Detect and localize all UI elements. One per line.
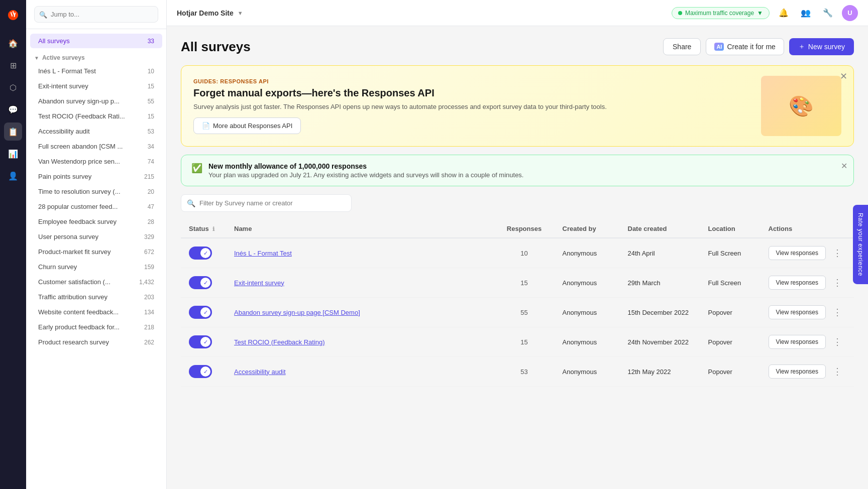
sidebar-item-2[interactable]: Abandon survey sign-up p...55 [30, 94, 162, 108]
nav-feedback-icon[interactable]: 💬 [4, 100, 22, 118]
view-responses-button-1[interactable]: View responses [769, 276, 826, 290]
more-options-button-2[interactable]: ⋮ [829, 305, 846, 320]
banner-api-title: Forget manual exports—here's the Respons… [193, 87, 751, 99]
survey-toggle-2[interactable]: ✓ [189, 306, 212, 319]
help-icon[interactable]: 🔧 [820, 5, 836, 21]
view-responses-button-2[interactable]: View responses [769, 305, 826, 319]
survey-link-4[interactable]: Accessibility audit [234, 368, 286, 376]
banner-api-tag: GUIDES: RESPONSES API [193, 78, 751, 84]
team-icon[interactable]: 👥 [798, 5, 814, 21]
survey-link-2[interactable]: Abandon survey sign-up page [CSM Demo] [234, 309, 360, 316]
new-survey-button[interactable]: ＋ New survey [789, 38, 854, 55]
td-name-0: Inés L - Format Test [226, 238, 494, 268]
td-created-by-4: Anonymous [555, 357, 620, 387]
survey-link-0[interactable]: Inés L - Format Test [234, 250, 292, 257]
td-actions-3: View responses ⋮ [761, 327, 854, 357]
notifications-icon[interactable]: 🔔 [776, 5, 792, 21]
banner-api-description: Survey analysis just got faster. The Res… [193, 103, 751, 110]
more-options-button-1[interactable]: ⋮ [829, 275, 846, 290]
survey-link-1[interactable]: Exit-intent survey [234, 279, 284, 287]
checkmark-circle-icon: ✅ [191, 163, 202, 174]
sidebar-item-9[interactable]: 28 popular customer feed...47 [30, 199, 162, 214]
td-responses-0: 10 [494, 238, 555, 268]
view-responses-button-0[interactable]: View responses [769, 246, 826, 260]
filter-input[interactable] [181, 194, 352, 212]
td-status-2: ✓ [181, 298, 226, 327]
sidebar-item-0[interactable]: Inés L - Format Test10 [30, 64, 162, 78]
header-status: Status ℹ [181, 220, 226, 238]
td-date-2: 15th December 2022 [620, 298, 700, 327]
ai-create-button[interactable]: AI Create it for me [706, 38, 784, 55]
survey-toggle-0[interactable]: ✓ [189, 247, 212, 260]
sidebar-item-7[interactable]: Pain points survey215 [30, 169, 162, 184]
topbar: Hotjar Demo Site ▼ Maximum traffic cover… [167, 0, 868, 26]
alert-close-button[interactable]: ✕ [841, 161, 847, 171]
td-created-by-3: Anonymous [555, 327, 620, 357]
sidebar-item-8[interactable]: Time to resolution survey (...20 [30, 184, 162, 199]
td-location-2: Popover [700, 298, 761, 327]
traffic-coverage-badge[interactable]: Maximum traffic coverage ▼ [672, 7, 770, 19]
hotjar-logo[interactable] [4, 6, 22, 24]
share-button[interactable]: Share [663, 38, 701, 55]
sidebar-item-15[interactable]: Traffic attribution survey203 [30, 290, 162, 304]
status-info-icon[interactable]: ℹ [212, 226, 214, 232]
sidebar-search-input[interactable] [34, 6, 158, 23]
td-name-4: Accessibility audit [226, 357, 494, 387]
chevron-down-icon: ▼ [238, 10, 243, 16]
view-responses-button-4[interactable]: View responses [769, 364, 826, 379]
more-about-api-button[interactable]: 📄 More about Responses API [193, 117, 301, 134]
sidebar-items-list: All surveys 33 ▼ Active surveys Inés L -… [26, 29, 166, 489]
toggle-knob-0: ✓ [200, 248, 210, 258]
td-status-1: ✓ [181, 268, 226, 298]
view-responses-button-3[interactable]: View responses [769, 335, 826, 349]
survey-toggle-1[interactable]: ✓ [189, 276, 212, 289]
nav-surveys-icon[interactable]: 📋 [4, 123, 22, 141]
nav-home-icon[interactable]: 🏠 [4, 34, 22, 52]
header-actions: Share AI Create it for me ＋ New survey [663, 38, 854, 55]
nav-recordings-icon[interactable]: ⬡ [4, 78, 22, 96]
sidebar-item-17[interactable]: Early product feedback for...218 [30, 320, 162, 334]
toggle-knob-3: ✓ [200, 337, 210, 347]
sidebar-search-icon: 🔍 [39, 11, 47, 18]
survey-toggle-4[interactable]: ✓ [189, 365, 212, 378]
banner-api-close-button[interactable]: ✕ [840, 72, 847, 81]
sidebar-item-3[interactable]: Test ROCIO (Feedback Rati...15 [30, 109, 162, 124]
nav-heatmaps-icon[interactable]: ⊞ [4, 56, 22, 74]
sidebar-item-18[interactable]: Product research survey262 [30, 335, 162, 349]
topbar-right: Maximum traffic coverage ▼ 🔔 👥 🔧 U [672, 5, 858, 21]
table-row: ✓ Test ROCIO (Feedback Rating) 15 Anonym… [181, 327, 854, 357]
sidebar: 🔍 All surveys 33 ▼ Active surveys Inés L… [26, 0, 167, 489]
sidebar-item-all-surveys[interactable]: All surveys 33 [30, 34, 162, 48]
sidebar-item-12[interactable]: Product-market fit survey672 [30, 244, 162, 259]
sidebar-active-section: ▼ Active surveys [26, 50, 166, 63]
more-options-button-3[interactable]: ⋮ [829, 334, 846, 349]
td-location-3: Popover [700, 327, 761, 357]
sidebar-item-10[interactable]: Employee feedback survey28 [30, 214, 162, 229]
sidebar-item-11[interactable]: User persona survey329 [30, 229, 162, 244]
table-row: ✓ Exit-intent survey 15 Anonymous 29th M… [181, 268, 854, 298]
user-avatar[interactable]: U [842, 5, 858, 21]
feedback-tab[interactable]: Rate your experience [853, 205, 868, 284]
more-options-button-4[interactable]: ⋮ [829, 364, 846, 379]
filter-bar: 🔍 [181, 194, 854, 212]
td-created-by-0: Anonymous [555, 238, 620, 268]
header-date-created: Date created [620, 220, 700, 238]
chevron-down-icon: ▼ [34, 55, 39, 61]
sidebar-item-6[interactable]: Van Westendorp price sen...74 [30, 154, 162, 169]
sidebar-item-16[interactable]: Website content feedback...134 [30, 305, 162, 319]
survey-link-3[interactable]: Test ROCIO (Feedback Rating) [234, 338, 325, 346]
td-date-3: 24th November 2022 [620, 327, 700, 357]
sidebar-item-13[interactable]: Churn survey159 [30, 260, 162, 274]
nav-analytics-icon[interactable]: 📊 [4, 145, 22, 163]
td-responses-4: 53 [494, 357, 555, 387]
table-header-row: Status ℹ Name Responses Created by Date … [181, 220, 854, 238]
nav-users-icon[interactable]: 👤 [4, 167, 22, 185]
survey-toggle-3[interactable]: ✓ [189, 335, 212, 348]
sidebar-item-1[interactable]: Exit-intent survey15 [30, 79, 162, 93]
site-name[interactable]: Hotjar Demo Site ▼ [177, 9, 243, 17]
sidebar-item-4[interactable]: Accessibility audit53 [30, 124, 162, 139]
more-options-button-0[interactable]: ⋮ [829, 246, 846, 261]
sidebar-item-14[interactable]: Customer satisfaction (...1,432 [30, 275, 162, 289]
sidebar-item-5[interactable]: Full screen abandon [CSM ...34 [30, 139, 162, 154]
td-actions-4: View responses ⋮ [761, 357, 854, 387]
